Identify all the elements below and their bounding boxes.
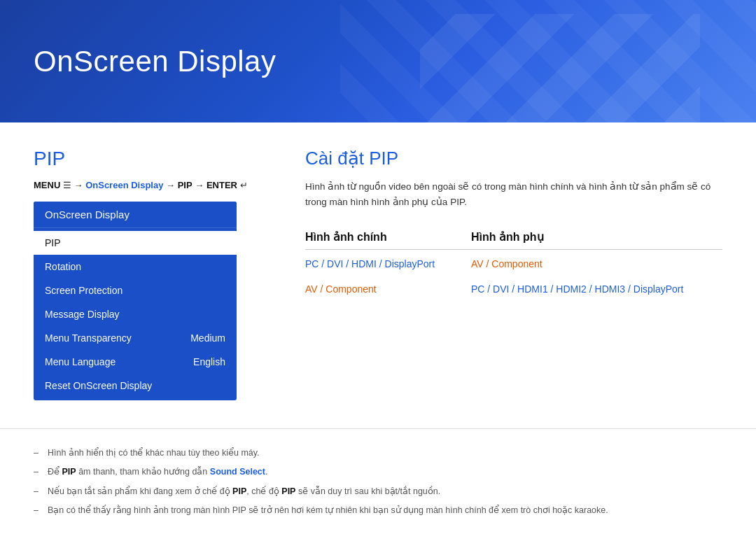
note-3: Nếu bạn tắt sản phẩm khi đang xem ở chế … [34,484,722,499]
note-2-suffix: . [265,467,267,477]
cai-dat-heading: Cài đặt PIP [305,148,722,169]
col2-header: Hình ảnh phụ [457,225,722,250]
table-row: PC / DVI / HDMI / DisplayPort AV / Compo… [305,250,722,277]
menu-item-pip[interactable]: PIP [34,231,237,255]
left-panel: PIP MENU ☰ → OnScreen Display → PIP → EN… [34,148,272,400]
menu-item-screen-protection-label: Screen Protection [45,285,122,296]
menu-item-rotation[interactable]: Rotation [34,255,237,279]
menu-label: MENU [34,180,60,190]
menu-onscreen: OnScreen Display [85,180,163,190]
description-text: Hình ảnh từ nguồn video bên ngoài sẽ có … [305,179,722,209]
menu-item-menu-language-label: Menu Language [45,356,115,367]
note-2-link: Sound Select [210,467,265,477]
menu-item-menu-transparency-value: Medium [190,332,225,344]
pip-table: Hình ảnh chính Hình ảnh phụ PC / DVI / H… [305,225,722,302]
table-row2-main: AV / Component [305,276,457,302]
menu-item-message-display[interactable]: Message Display [34,302,237,326]
menu-pip: PIP [178,180,192,190]
menu-path: MENU ☰ → OnScreen Display → PIP → ENTER … [34,180,272,190]
note-3-bold1: PIP [232,486,246,496]
menu-item-pip-label: PIP [45,237,61,248]
enter-icon: ↵ [240,180,248,190]
note-3-suffix: sẽ vẫn duy trì sau khi bật/tắt nguồn. [295,486,440,496]
row1-main-text: PC / DVI / HDMI / DisplayPort [305,258,435,269]
note-3-middle: , chế độ [246,486,281,496]
osd-menu-items: PIP Rotation Screen Protection Message D… [34,228,237,400]
note-1-text: Hình ảnh hiển thị có thể khác nhau tùy t… [48,448,260,458]
note-4-text: Bạn có thể thấy rằng hình ảnh trong màn … [48,505,608,515]
page-title: OnScreen Display [34,45,276,78]
row1-sub-text: AV / Component [471,258,542,269]
menu-icon: ☰ [63,180,74,190]
table-row: AV / Component PC / DVI / HDMI1 / HDMI2 … [305,276,722,302]
note-4: Bạn có thể thấy rằng hình ảnh trong màn … [34,503,722,518]
note-2-middle: âm thanh, tham khảo hướng dẫn [76,467,210,477]
row2-main-text: AV / Component [305,283,377,295]
menu-item-reset-osd[interactable]: Reset OnScreen Display [34,374,237,398]
col1-header: Hình ảnh chính [305,225,457,250]
menu-item-menu-language[interactable]: Menu Language English [34,350,237,374]
right-panel: Cài đặt PIP Hình ảnh từ nguồn video bên … [305,148,722,400]
menu-item-menu-transparency[interactable]: Menu Transparency Medium [34,326,237,350]
note-2-bold: PIP [62,467,76,477]
menu-item-menu-language-value: English [193,356,225,367]
menu-arrow2: → [166,180,178,190]
menu-item-menu-transparency-label: Menu Transparency [45,332,132,344]
note-1: Hình ảnh hiển thị có thể khác nhau tùy t… [34,446,722,461]
bottom-notes: Hình ảnh hiển thị có thể khác nhau tùy t… [0,428,756,534]
note-3-bold2: PIP [281,486,295,496]
main-content: PIP MENU ☰ → OnScreen Display → PIP → EN… [0,122,756,421]
menu-arrow3: → [195,180,206,190]
menu-item-reset-osd-label: Reset OnScreen Display [45,380,152,391]
osd-menu-box: OnScreen Display PIP Rotation Screen Pro… [34,202,237,400]
note-2: Để PIP âm thanh, tham khảo hướng dẫn Sou… [34,465,722,479]
table-row1-sub: AV / Component [457,250,722,277]
row2-sub-text: PC / DVI / HDMI1 / HDMI2 / HDMI3 / Displ… [471,283,683,295]
menu-item-rotation-label: Rotation [45,261,81,272]
pip-heading: PIP [34,148,272,170]
table-row1-main: PC / DVI / HDMI / DisplayPort [305,250,457,277]
menu-item-screen-protection[interactable]: Screen Protection [34,279,237,302]
menu-item-message-display-label: Message Display [45,309,120,320]
note-2-prefix: Để [48,467,62,477]
menu-arrow1: → [74,180,86,190]
osd-menu-title: OnScreen Display [34,202,237,228]
menu-enter: ENTER [206,180,237,190]
table-row2-sub: PC / DVI / HDMI1 / HDMI2 / HDMI3 / Displ… [457,276,722,302]
note-3-prefix: Nếu bạn tắt sản phẩm khi đang xem ở chế … [48,486,232,496]
header-banner: OnScreen Display [0,0,756,122]
